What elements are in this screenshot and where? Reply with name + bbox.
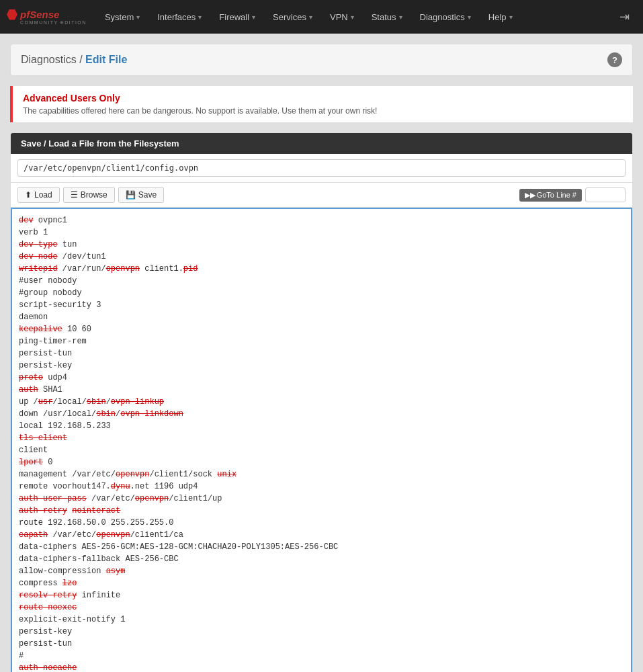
breadcrumb-bar: Diagnostics / Edit File ?: [10, 44, 633, 76]
brand: pfSense COMMUNITY EDITION: [7, 9, 87, 25]
nav-items: System ▾ Interfaces ▾ Firewall ▾ Service…: [97, 7, 613, 28]
warning-box: Advanced Users Only The capabilities off…: [10, 86, 633, 122]
nav-help[interactable]: Help ▾: [480, 7, 521, 28]
caret-icon: ▾: [252, 13, 255, 21]
goto-line-area: ▶▶ GoTo Line #: [519, 187, 626, 202]
file-panel: Save / Load a File from the Filesystem ⬆…: [10, 132, 633, 672]
nav-services[interactable]: Services ▾: [265, 7, 320, 28]
save-icon: 💾: [126, 190, 136, 200]
breadcrumb-parent: Diagnostics: [21, 54, 77, 65]
goto-line-button[interactable]: ▶▶ GoTo Line #: [519, 189, 582, 202]
nav-interfaces[interactable]: Interfaces ▾: [149, 7, 210, 28]
navbar: pfSense COMMUNITY EDITION System ▾ Inter…: [0, 0, 643, 34]
caret-icon: ▾: [136, 13, 140, 21]
help-icon[interactable]: ?: [607, 52, 622, 67]
caret-icon: ▾: [309, 13, 312, 21]
caret-icon: ▾: [198, 13, 202, 21]
arrow-icon: ▶▶: [525, 191, 535, 200]
main-content: Diagnostics / Edit File ? Advanced Users…: [0, 34, 643, 672]
file-panel-header: Save / Load a File from the Filesystem: [11, 133, 632, 154]
browse-button[interactable]: ☰ Browse: [63, 187, 115, 203]
caret-icon: ▾: [351, 13, 354, 21]
breadcrumb: Diagnostics / Edit File: [21, 54, 127, 66]
caret-icon: ▾: [468, 13, 471, 21]
caret-icon: ▾: [399, 13, 402, 21]
caret-icon: ▾: [509, 13, 513, 21]
brand-sub: COMMUNITY EDITION: [7, 20, 87, 25]
nav-firewall[interactable]: Firewall ▾: [211, 7, 263, 28]
nav-diagnostics[interactable]: Diagnostics ▾: [412, 7, 479, 28]
logout-icon[interactable]: ⇥: [613, 6, 636, 28]
file-path-input[interactable]: [17, 159, 626, 177]
brand-name: pfSense: [20, 9, 59, 20]
load-button[interactable]: ⬆ Load: [17, 187, 60, 203]
save-button[interactable]: 💾 Save: [118, 187, 164, 203]
nav-system[interactable]: System ▾: [97, 7, 148, 28]
warning-title: Advanced Users Only: [23, 93, 623, 103]
warning-text: The capabilities offered here can be dan…: [23, 106, 623, 116]
goto-line-input[interactable]: [585, 187, 626, 202]
code-editor[interactable]: dev ovpnc1 verb 1 dev-type tun dev-node …: [11, 208, 632, 672]
code-line: dev ovpnc1 verb 1 dev-type tun dev-node …: [19, 216, 343, 672]
file-path-row: [11, 154, 632, 183]
nav-vpn[interactable]: VPN ▾: [322, 7, 362, 28]
breadcrumb-current: Edit File: [85, 54, 127, 65]
file-actions: ⬆ Load ☰ Browse 💾 Save ▶▶ GoTo Line #: [11, 183, 632, 208]
breadcrumb-separator: /: [79, 54, 85, 65]
nav-status[interactable]: Status ▾: [363, 7, 411, 28]
upload-icon: ⬆: [25, 190, 32, 200]
list-icon: ☰: [71, 190, 78, 200]
pfsense-logo-icon: [7, 9, 17, 20]
